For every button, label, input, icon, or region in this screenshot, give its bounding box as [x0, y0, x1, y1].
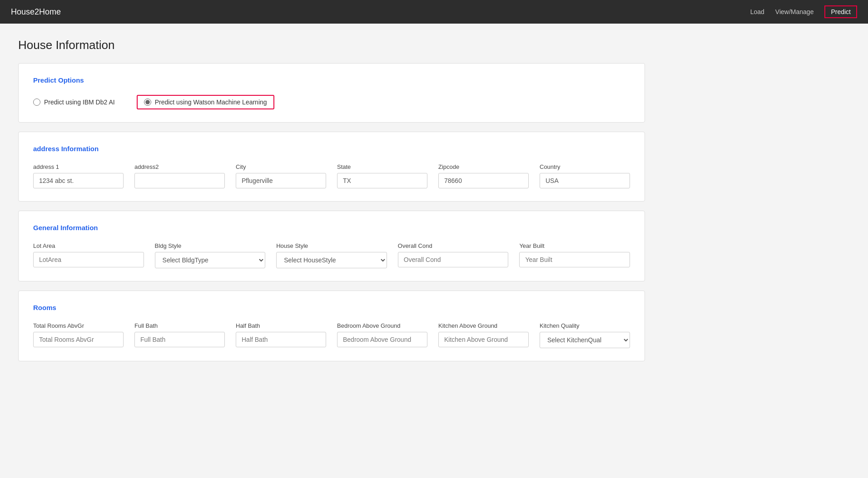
country-group: Country	[540, 163, 630, 188]
navbar-link-predict[interactable]: Predict	[824, 5, 857, 18]
general-card: General Information Lot Area Bldg Style …	[18, 211, 645, 281]
page-title: House Information	[18, 38, 645, 52]
state-label: State	[337, 163, 427, 170]
total-rooms-input[interactable]	[33, 332, 124, 347]
radio-ibm-db2-input[interactable]	[33, 99, 40, 106]
house-style-group: House Style Select HouseStyle	[276, 242, 387, 268]
rooms-form-row: Total Rooms AbvGr Full Bath Half Bath Be…	[33, 322, 630, 348]
state-group: State	[337, 163, 427, 188]
bldg-style-group: Bldg Style Select BldgType	[155, 242, 266, 268]
bedroom-above-input[interactable]	[337, 332, 427, 347]
address-card: address Information address 1 address2 C…	[18, 132, 645, 202]
address-card-title: address Information	[33, 145, 630, 153]
zipcode-group: Zipcode	[438, 163, 529, 188]
bedroom-above-group: Bedroom Above Ground	[337, 322, 427, 348]
half-bath-label: Half Bath	[236, 322, 326, 329]
full-bath-input[interactable]	[134, 332, 225, 347]
lot-area-group: Lot Area	[33, 242, 144, 268]
half-bath-input[interactable]	[236, 332, 326, 347]
half-bath-group: Half Bath	[236, 322, 326, 348]
predict-options-group: Predict using IBM Db2 AI Predict using W…	[33, 95, 630, 109]
kitchen-above-group: Kitchen Above Ground	[438, 322, 529, 348]
predict-options-card: Predict Options Predict using IBM Db2 AI…	[18, 63, 645, 123]
lot-area-label: Lot Area	[33, 242, 144, 249]
kitchen-above-label: Kitchen Above Ground	[438, 322, 529, 329]
kitchen-above-input[interactable]	[438, 332, 529, 347]
overall-cond-input[interactable]	[398, 252, 509, 267]
address2-input[interactable]	[134, 173, 225, 188]
address1-label: address 1	[33, 163, 124, 170]
house-style-label: House Style	[276, 242, 387, 249]
state-input[interactable]	[337, 173, 427, 188]
address2-label: address2	[134, 163, 225, 170]
address-form-row: address 1 address2 City State Zipcode Co…	[33, 163, 630, 188]
overall-cond-label: Overall Cond	[398, 242, 509, 249]
kitchen-qual-group: Kitchen Quality Select KitchenQual	[540, 322, 630, 348]
bedroom-above-label: Bedroom Above Ground	[337, 322, 427, 329]
year-built-input[interactable]	[519, 252, 630, 267]
lot-area-input[interactable]	[33, 252, 144, 267]
overall-cond-group: Overall Cond	[398, 242, 509, 268]
full-bath-group: Full Bath	[134, 322, 225, 348]
kitchen-qual-label: Kitchen Quality	[540, 322, 630, 329]
radio-watson-label: Predict using Watson Machine Learning	[155, 99, 267, 106]
general-card-title: General Information	[33, 224, 630, 232]
radio-ibm-db2[interactable]: Predict using IBM Db2 AI	[33, 99, 115, 106]
zipcode-label: Zipcode	[438, 163, 529, 170]
house-style-select[interactable]: Select HouseStyle	[276, 252, 387, 268]
total-rooms-group: Total Rooms AbvGr	[33, 322, 124, 348]
zipcode-input[interactable]	[438, 173, 529, 188]
navbar-brand: House2Home	[11, 7, 61, 17]
navbar-link-load[interactable]: Load	[750, 8, 764, 15]
bldg-style-label: Bldg Style	[155, 242, 266, 249]
rooms-card: Rooms Total Rooms AbvGr Full Bath Half B…	[18, 291, 645, 361]
rooms-card-title: Rooms	[33, 304, 630, 311]
full-bath-label: Full Bath	[134, 322, 225, 329]
address2-group: address2	[134, 163, 225, 188]
country-label: Country	[540, 163, 630, 170]
general-form-row: Lot Area Bldg Style Select BldgType Hous…	[33, 242, 630, 268]
year-built-group: Year Built	[519, 242, 630, 268]
radio-ibm-db2-label: Predict using IBM Db2 AI	[44, 99, 115, 106]
navbar: House2Home Load View/Manage Predict	[0, 0, 868, 24]
city-group: City	[236, 163, 326, 188]
predict-options-title: Predict Options	[33, 76, 630, 84]
total-rooms-label: Total Rooms AbvGr	[33, 322, 124, 329]
city-label: City	[236, 163, 326, 170]
radio-watson-input[interactable]	[144, 99, 151, 106]
bldg-style-select[interactable]: Select BldgType	[155, 252, 266, 268]
country-input[interactable]	[540, 173, 630, 188]
year-built-label: Year Built	[519, 242, 630, 249]
city-input[interactable]	[236, 173, 326, 188]
kitchen-qual-select[interactable]: Select KitchenQual	[540, 332, 630, 348]
radio-watson[interactable]: Predict using Watson Machine Learning	[137, 95, 274, 109]
navbar-link-view-manage[interactable]: View/Manage	[775, 8, 814, 15]
address1-group: address 1	[33, 163, 124, 188]
navbar-links: Load View/Manage Predict	[750, 5, 857, 18]
address1-input[interactable]	[33, 173, 124, 188]
page-content: House Information Predict Options Predic…	[0, 24, 663, 385]
